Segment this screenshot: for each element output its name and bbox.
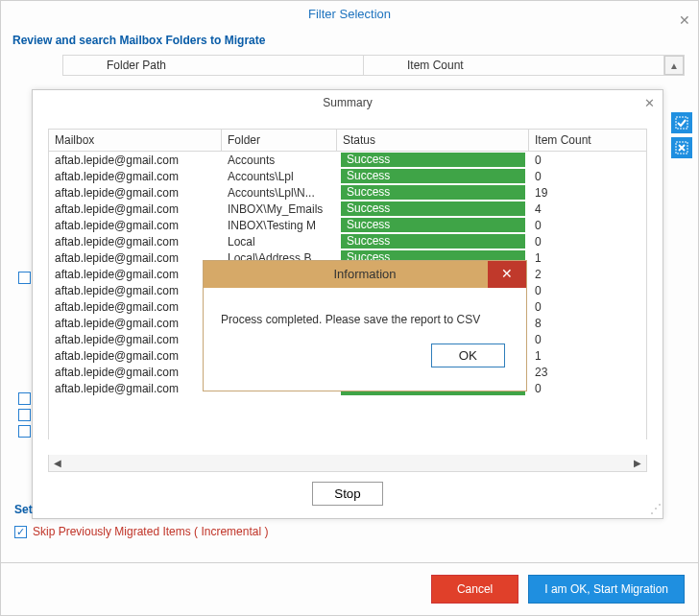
cell-count: 0 <box>529 234 646 249</box>
col-folder[interactable]: Folder <box>222 130 337 151</box>
select-all-button[interactable] <box>671 112 692 133</box>
scroll-up-icon[interactable]: ▲ <box>664 56 684 75</box>
cell-status: Success <box>337 168 529 184</box>
filter-table-header: Folder Path Item Count ▲ <box>62 55 685 76</box>
table-row[interactable]: aftab.lepide@gmail.comAccountsSuccess0 <box>49 152 646 168</box>
cell-count: 4 <box>529 201 646 217</box>
cell-status: Success <box>337 184 529 201</box>
table-row[interactable]: aftab.lepide@gmail.comAccounts\Lpl\N...S… <box>49 184 646 201</box>
cell-folder: Accounts\Lpl\N... <box>222 185 337 201</box>
stop-button[interactable]: Stop <box>312 482 382 506</box>
cell-mailbox: aftab.lepide@gmail.com <box>49 381 222 396</box>
cell-mailbox: aftab.lepide@gmail.com <box>49 332 222 347</box>
skip-previous-checkbox[interactable] <box>14 526 27 538</box>
status-badge: Success <box>341 185 525 200</box>
cell-count: 1 <box>529 348 646 364</box>
window-title: Filter Selection <box>308 7 391 21</box>
cell-count: 0 <box>529 299 646 315</box>
filter-titlebar: Filter Selection ✕ <box>1 1 698 28</box>
footer: Cancel I am OK, Start Migration <box>1 562 698 615</box>
row-checkbox[interactable] <box>18 425 31 438</box>
skip-previous-label: Skip Previously Migrated Items ( Increme… <box>33 525 268 538</box>
cell-mailbox: aftab.lepide@gmail.com <box>49 299 222 315</box>
deselect-all-button[interactable] <box>671 137 692 158</box>
status-badge: Success <box>341 218 525 232</box>
cell-mailbox: aftab.lepide@gmail.com <box>49 153 222 168</box>
status-badge: Success <box>341 169 525 183</box>
cell-mailbox: aftab.lepide@gmail.com <box>49 169 222 184</box>
cell-mailbox: aftab.lepide@gmail.com <box>49 218 222 233</box>
cell-mailbox: aftab.lepide@gmail.com <box>49 267 222 282</box>
cell-folder: Local <box>222 234 337 249</box>
resize-grip-icon[interactable]: ⋰ <box>650 502 660 515</box>
cell-count: 0 <box>529 332 646 347</box>
status-badge: Success <box>341 153 525 167</box>
svg-rect-0 <box>676 117 687 129</box>
cell-count: 1 <box>529 250 646 266</box>
col-item-count[interactable]: Item Count <box>364 56 664 75</box>
row-checkbox[interactable] <box>18 272 31 284</box>
cell-mailbox: aftab.lepide@gmail.com <box>49 185 222 201</box>
col-status[interactable]: Status <box>337 130 529 151</box>
cell-count: 0 <box>529 218 646 233</box>
cell-mailbox: aftab.lepide@gmail.com <box>49 201 222 217</box>
cell-count: 2 <box>529 267 646 282</box>
start-migration-button[interactable]: I am OK, Start Migration <box>528 575 685 604</box>
ok-button[interactable]: OK <box>431 344 505 367</box>
row-checkbox[interactable] <box>18 392 31 405</box>
cell-count: 0 <box>529 153 646 168</box>
cell-mailbox: aftab.lepide@gmail.com <box>49 365 222 380</box>
scroll-left-icon[interactable]: ◀ <box>49 458 66 468</box>
status-badge: Success <box>341 201 525 216</box>
cell-mailbox: aftab.lepide@gmail.com <box>49 316 222 331</box>
summary-titlebar: Summary ✕ <box>33 90 663 115</box>
cell-folder: INBOX\Testing M <box>222 218 337 233</box>
close-icon[interactable]: ✕ <box>644 96 655 110</box>
col-mailbox[interactable]: Mailbox <box>49 130 222 151</box>
cell-mailbox: aftab.lepide@gmail.com <box>49 283 222 298</box>
cell-count: 19 <box>529 185 646 201</box>
section-header: Review and search Mailbox Folders to Mig… <box>1 28 698 55</box>
table-row[interactable]: aftab.lepide@gmail.comINBOX\My_EmailsSuc… <box>49 201 646 217</box>
settings-label: Set <box>14 503 33 516</box>
cell-status: Success <box>337 152 529 168</box>
information-titlebar: Information ✕ <box>204 261 526 288</box>
close-icon[interactable]: ✕ <box>488 261 526 288</box>
cell-count: 0 <box>529 381 646 396</box>
information-message: Process completed. Please save the repor… <box>221 313 509 326</box>
cell-status: Success <box>337 233 529 249</box>
cancel-button[interactable]: Cancel <box>431 575 518 604</box>
cell-count: 0 <box>529 283 646 298</box>
cell-mailbox: aftab.lepide@gmail.com <box>49 250 222 266</box>
table-row[interactable]: aftab.lepide@gmail.comLocalSuccess0 <box>49 233 646 249</box>
cell-mailbox: aftab.lepide@gmail.com <box>49 234 222 249</box>
cell-folder: Accounts <box>222 153 337 168</box>
cell-count: 23 <box>529 365 646 380</box>
horizontal-scrollbar[interactable]: ◀ ▶ <box>48 455 647 472</box>
col-folder-path[interactable]: Folder Path <box>63 56 364 75</box>
cell-status: Success <box>337 217 529 233</box>
col-count[interactable]: Item Count <box>529 130 646 151</box>
cell-folder: Accounts\Lpl <box>222 169 337 184</box>
cell-count: 0 <box>529 169 646 184</box>
status-badge: Success <box>341 234 525 249</box>
information-dialog: Information ✕ Process completed. Please … <box>203 260 527 391</box>
table-row[interactable]: aftab.lepide@gmail.comAccounts\LplSucces… <box>49 168 646 184</box>
cell-count: 8 <box>529 316 646 331</box>
row-checkbox[interactable] <box>18 409 31 421</box>
table-row[interactable]: aftab.lepide@gmail.comINBOX\Testing MSuc… <box>49 217 646 233</box>
scroll-right-icon[interactable]: ▶ <box>629 458 646 468</box>
information-title-text: Information <box>333 267 396 281</box>
cell-status: Success <box>337 201 529 217</box>
close-icon[interactable]: ✕ <box>679 7 690 34</box>
cell-mailbox: aftab.lepide@gmail.com <box>49 348 222 364</box>
cell-folder: INBOX\My_Emails <box>222 201 337 217</box>
summary-title-text: Summary <box>323 96 372 109</box>
